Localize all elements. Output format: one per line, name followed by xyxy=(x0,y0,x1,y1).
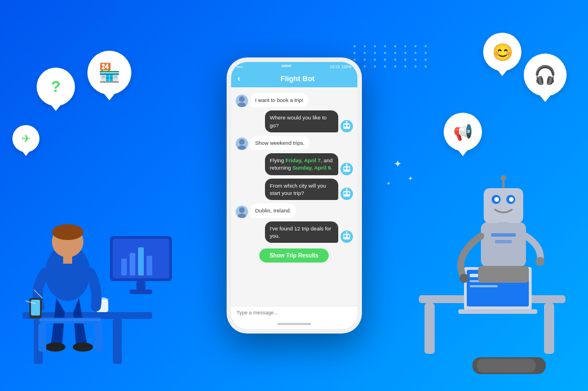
svg-point-43 xyxy=(509,197,514,202)
phone: •••• 18:10 100% ‹ Flight Bot xyxy=(227,57,362,334)
status-icons: 18:10 100% xyxy=(330,65,351,69)
person-illustration xyxy=(0,149,192,374)
megaphone-icon: 📢 xyxy=(453,123,473,141)
svg-point-64 xyxy=(344,167,346,170)
avatar-bot-4 xyxy=(341,163,353,175)
bubble-3: Show weekend trips. xyxy=(250,136,310,150)
svg-rect-2 xyxy=(113,319,122,364)
svg-point-56 xyxy=(239,96,245,102)
svg-rect-55 xyxy=(477,359,536,372)
bubble-4: Flying Friday, April 7, and returning Su… xyxy=(265,153,338,175)
headset-icon: 🎧 xyxy=(534,64,556,86)
svg-point-73 xyxy=(239,207,245,213)
trip-button-row: Show Trip Results xyxy=(236,246,353,265)
highlight-date-1: Friday, April 7, xyxy=(285,157,322,163)
show-trip-results-button[interactable]: Show Trip Results xyxy=(259,248,329,263)
svg-point-62 xyxy=(239,139,245,145)
battery: 100% xyxy=(342,65,352,69)
svg-rect-28 xyxy=(425,303,435,354)
bubble-question: ? xyxy=(37,68,75,106)
svg-point-61 xyxy=(346,121,347,122)
robot-illustration xyxy=(408,143,588,380)
avatar-user-3 xyxy=(236,137,248,150)
highlight-date-2: Sunday, April 9. xyxy=(293,165,333,171)
signal-dots: •••• xyxy=(237,64,243,69)
svg-point-59 xyxy=(347,125,350,127)
bubble-smile: 😊 xyxy=(483,33,521,71)
svg-rect-12 xyxy=(130,290,152,294)
bubble-7: I've found 12 trip deals for you. xyxy=(265,221,338,243)
bubble-5: From which city will you start your trip… xyxy=(265,179,338,201)
message-row-4: Flying Friday, April 7, and returning Su… xyxy=(236,153,353,175)
shop-icon: 🏪 xyxy=(98,62,121,83)
svg-rect-21 xyxy=(39,318,101,323)
time: 18:10 xyxy=(330,65,340,69)
svg-rect-23 xyxy=(95,323,103,352)
svg-point-67 xyxy=(346,163,347,165)
svg-rect-29 xyxy=(544,303,554,354)
svg-rect-49 xyxy=(478,266,529,283)
svg-rect-16 xyxy=(63,255,72,264)
chat-input-area[interactable] xyxy=(231,306,357,319)
svg-rect-47 xyxy=(491,233,516,237)
sparkle-1: ✦ xyxy=(394,158,402,170)
svg-point-69 xyxy=(344,192,346,194)
message-row-3: Show weekend trips. xyxy=(236,136,353,150)
bubble-6: Dublin, Ireland. xyxy=(250,203,297,217)
chat-header: ‹ Flight Bot xyxy=(231,69,357,87)
svg-point-19 xyxy=(45,343,65,352)
back-button[interactable]: ‹ xyxy=(238,74,241,83)
message-row-7: I've found 12 trip deals for you. xyxy=(236,221,353,243)
svg-rect-8 xyxy=(130,253,135,276)
svg-rect-37 xyxy=(484,188,523,223)
message-input[interactable] xyxy=(237,310,352,316)
dot-grid-right xyxy=(353,45,430,68)
message-row-2: Where would you like to go? xyxy=(236,110,353,132)
svg-point-39 xyxy=(501,175,506,181)
svg-point-72 xyxy=(346,189,347,190)
svg-point-58 xyxy=(344,125,346,127)
home-bar xyxy=(277,323,311,325)
message-row-1: I want to book a trip! xyxy=(236,93,353,107)
svg-rect-22 xyxy=(38,323,46,352)
svg-point-70 xyxy=(347,192,350,194)
bubble-headset: 🎧 xyxy=(524,54,567,96)
svg-rect-35 xyxy=(458,309,537,314)
bubble-shop: 🏪 xyxy=(87,51,131,95)
svg-point-15 xyxy=(52,224,83,240)
bubble-1: I want to book a trip! xyxy=(250,93,309,107)
svg-point-20 xyxy=(73,343,93,352)
svg-point-65 xyxy=(347,167,350,170)
svg-rect-48 xyxy=(495,240,512,243)
avatar-user-6 xyxy=(236,206,248,218)
svg-rect-34 xyxy=(470,285,498,287)
chat-body[interactable]: I want to book a trip! Where would you l… xyxy=(231,87,357,306)
svg-rect-7 xyxy=(121,259,127,276)
avatar-bot-7 xyxy=(341,230,353,243)
phone-inner: •••• 18:10 100% ‹ Flight Bot xyxy=(231,62,357,329)
avatar-user-1 xyxy=(236,95,248,107)
status-bar: •••• 18:10 100% xyxy=(231,62,357,69)
sparkle-3: ✦ xyxy=(386,180,391,186)
message-row-6: Dublin, Ireland. xyxy=(236,203,353,217)
svg-point-46 xyxy=(536,257,545,266)
svg-rect-44 xyxy=(498,222,509,228)
smile-icon: 😊 xyxy=(492,42,513,62)
avatar-bot-2 xyxy=(341,120,353,132)
phone-wrapper: •••• 18:10 100% ‹ Flight Bot xyxy=(227,57,362,334)
svg-rect-10 xyxy=(147,256,152,276)
svg-point-78 xyxy=(346,232,347,233)
svg-point-76 xyxy=(347,235,350,237)
svg-rect-18 xyxy=(31,300,40,316)
bubble-2: Where would you like to go? xyxy=(265,110,338,132)
svg-rect-9 xyxy=(138,247,144,276)
svg-point-42 xyxy=(494,197,499,202)
bubble-plane: ✈ xyxy=(12,125,39,152)
plane-icon: ✈ xyxy=(21,132,31,145)
svg-rect-36 xyxy=(481,222,526,267)
chat-title: Flight Bot xyxy=(245,74,350,83)
avatar-bot-5 xyxy=(341,188,353,200)
home-indicator xyxy=(231,319,357,329)
svg-point-45 xyxy=(459,274,468,283)
question-icon: ? xyxy=(51,78,60,96)
